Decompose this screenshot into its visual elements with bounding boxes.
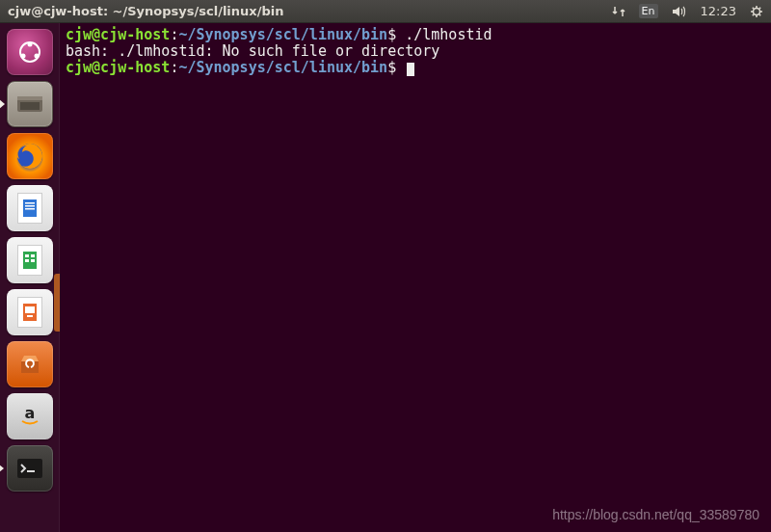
terminal-line: cjw@cjw-host:~/Synopsys/scl/linux/bin$ [66, 60, 765, 76]
svg-rect-20 [27, 315, 33, 317]
svg-rect-17 [31, 259, 35, 262]
status-area: En 12:23 [612, 4, 763, 18]
terminal-pane[interactable]: cjw@cjw-host:~/Synopsys/scl/linux/bin$ .… [60, 23, 771, 532]
libreoffice-calc-icon[interactable] [7, 237, 53, 283]
svg-rect-11 [25, 205, 35, 207]
svg-rect-14 [25, 254, 29, 257]
libreoffice-writer-icon[interactable] [7, 185, 53, 231]
terminal-line: cjw@cjw-host:~/Synopsys/scl/linux/bin$ .… [66, 27, 765, 43]
terminal-icon[interactable] [7, 445, 53, 492]
svg-rect-10 [25, 202, 35, 204]
clock[interactable]: 12:23 [701, 4, 736, 18]
cursor [407, 63, 414, 76]
ubuntu-software-icon[interactable] [7, 341, 53, 387]
prompt-path: ~/Synopsys/scl/linux/bin [178, 59, 387, 76]
svg-text:a: a [24, 404, 35, 422]
files-icon[interactable] [7, 81, 53, 127]
svg-point-0 [754, 8, 760, 14]
svg-point-4 [34, 54, 39, 59]
launcher: a [0, 23, 60, 532]
svg-rect-7 [20, 102, 40, 110]
amazon-icon[interactable]: a [7, 393, 53, 439]
libreoffice-impress-icon[interactable] [7, 289, 53, 335]
volume-icon[interactable] [672, 5, 687, 18]
menubar: cjw@cjw-host: ~/Synopsys/scl/linux/bin E… [0, 0, 771, 23]
system-menu-icon[interactable] [750, 5, 763, 18]
svg-point-3 [20, 54, 25, 59]
prompt-userhost: cjw@cjw-host [66, 59, 170, 76]
dash-icon[interactable] [7, 29, 53, 75]
network-icon[interactable] [612, 5, 625, 18]
window-title: cjw@cjw-host: ~/Synopsys/scl/linux/bin [8, 4, 612, 18]
terminal-output: bash: ./lmhostid: No such file or direct… [66, 43, 765, 60]
watermark: https://blog.csdn.net/qq_33589780 [552, 507, 759, 522]
svg-rect-12 [25, 208, 35, 210]
svg-rect-15 [31, 254, 35, 257]
svg-rect-16 [25, 259, 29, 262]
svg-rect-22 [17, 459, 42, 478]
svg-point-2 [27, 42, 32, 47]
prompt-userhost: cjw@cjw-host [66, 26, 170, 43]
svg-rect-23 [27, 470, 35, 472]
input-language-indicator[interactable]: En [639, 4, 658, 18]
firefox-icon[interactable] [7, 133, 53, 179]
svg-rect-19 [25, 306, 35, 313]
prompt-symbol: $ [387, 59, 396, 76]
command-text: ./lmhostid [405, 26, 492, 43]
svg-rect-6 [17, 96, 42, 100]
prompt-symbol: $ [387, 26, 396, 43]
prompt-path: ~/Synopsys/scl/linux/bin [178, 26, 387, 43]
